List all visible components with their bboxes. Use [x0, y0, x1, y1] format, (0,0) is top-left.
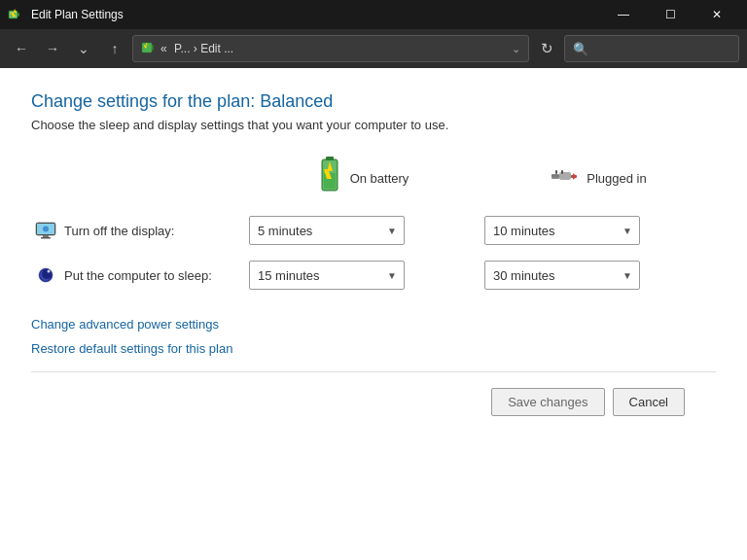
display-label-cell: Turn off the display:: [31, 208, 245, 253]
address-text: P... › Edit ...: [174, 42, 233, 55]
address-path: «: [160, 42, 170, 55]
footer-buttons: Save changes Cancel: [31, 388, 716, 416]
back-button[interactable]: ←: [8, 35, 35, 62]
on-battery-header: On battery: [245, 156, 480, 208]
title-bar-controls: — ☐ ✕: [601, 0, 739, 29]
svg-rect-23: [41, 237, 51, 239]
maximize-button[interactable]: ☐: [648, 0, 693, 29]
display-setting-row: Turn off the display: 1 minute 2 minutes…: [31, 208, 716, 253]
display-on-battery-select[interactable]: 1 minute 2 minutes 3 minutes 5 minutes 1…: [249, 216, 405, 245]
save-changes-button[interactable]: Save changes: [491, 388, 604, 416]
advanced-settings-link[interactable]: Change advanced power settings: [31, 317, 716, 332]
address-chevron-icon: ⌄: [512, 43, 520, 55]
svg-rect-16: [555, 170, 557, 174]
plugged-in-header: Plugged in: [480, 156, 716, 208]
up-button[interactable]: ↑: [101, 35, 128, 62]
svg-point-26: [48, 270, 51, 273]
nav-bar: ← → ⌄ ↑ « P... › Edit ... ⌄ ↻ 🔍: [0, 29, 747, 68]
svg-rect-9: [326, 157, 334, 160]
refresh-button[interactable]: ↻: [533, 35, 560, 62]
restore-defaults-link[interactable]: Restore default settings for this plan: [31, 341, 716, 356]
page-title: Change settings for the plan: Balanced: [31, 91, 716, 112]
column-header-row: On battery: [31, 156, 716, 208]
sleep-plugged-cell: 1 minute 2 minutes 3 minutes 5 minutes 1…: [480, 253, 716, 298]
svg-rect-17: [561, 170, 563, 174]
sleep-setting-label: Put the computer to sleep:: [64, 268, 212, 283]
close-button[interactable]: ✕: [694, 0, 739, 29]
display-on-battery-cell: 1 minute 2 minutes 3 minutes 5 minutes 1…: [245, 208, 480, 253]
sleep-on-battery-select[interactable]: 1 minute 2 minutes 3 minutes 5 minutes 1…: [249, 261, 405, 290]
plug-icon: [550, 164, 579, 192]
display-icon: [35, 222, 56, 239]
address-bar-container: « P... › Edit ... ⌄ ↻: [132, 35, 560, 62]
sleep-setting-row: Put the computer to sleep: 1 minute 2 mi…: [31, 253, 716, 298]
on-battery-label: On battery: [350, 171, 409, 186]
display-plugged-select[interactable]: 1 minute 2 minutes 3 minutes 5 minutes 1…: [484, 216, 640, 245]
forward-button[interactable]: →: [39, 35, 66, 62]
title-text: Edit Plan Settings: [31, 8, 124, 21]
minimize-button[interactable]: —: [601, 0, 646, 29]
display-setting-label: Turn off the display:: [64, 224, 174, 238]
title-bar-left: Edit Plan Settings: [8, 7, 124, 22]
svg-rect-2: [18, 13, 19, 17]
search-bar[interactable]: 🔍: [564, 35, 739, 62]
cancel-button[interactable]: Cancel: [613, 388, 685, 416]
plugged-in-label: Plugged in: [587, 171, 646, 186]
title-bar: Edit Plan Settings — ☐ ✕: [0, 0, 747, 29]
svg-rect-14: [559, 172, 571, 180]
battery-icon: [317, 156, 342, 200]
search-icon: 🔍: [573, 42, 588, 56]
dropdown-button[interactable]: ⌄: [70, 35, 97, 62]
sleep-on-battery-cell: 1 minute 2 minutes 3 minutes 5 minutes 1…: [245, 253, 480, 298]
svg-point-24: [43, 227, 49, 232]
address-icon: [141, 40, 157, 58]
sleep-icon: [35, 266, 56, 284]
sleep-plugged-select[interactable]: 1 minute 2 minutes 3 minutes 5 minutes 1…: [484, 261, 640, 290]
label-column-header: [31, 156, 245, 208]
divider: [31, 371, 716, 372]
display-on-battery-wrapper: 1 minute 2 minutes 3 minutes 5 minutes 1…: [249, 216, 405, 245]
svg-rect-6: [152, 45, 154, 51]
svg-marker-19: [573, 173, 577, 180]
links-section: Change advanced power settings Restore d…: [31, 317, 716, 356]
display-plugged-cell: 1 minute 2 minutes 3 minutes 5 minutes 1…: [480, 208, 716, 253]
page-subtitle: Choose the sleep and display settings th…: [31, 118, 716, 132]
address-bar[interactable]: « P... › Edit ... ⌄: [132, 35, 529, 62]
display-plugged-wrapper: 1 minute 2 minutes 3 minutes 5 minutes 1…: [484, 216, 640, 245]
settings-table: On battery: [31, 156, 716, 298]
sleep-label-cell: Put the computer to sleep:: [31, 253, 245, 298]
sleep-plugged-wrapper: 1 minute 2 minutes 3 minutes 5 minutes 1…: [484, 261, 640, 290]
app-icon: [8, 7, 23, 22]
content-area: Change settings for the plan: Balanced C…: [0, 68, 747, 439]
sleep-on-battery-wrapper: 1 minute 2 minutes 3 minutes 5 minutes 1…: [249, 261, 405, 290]
svg-rect-22: [43, 235, 49, 237]
